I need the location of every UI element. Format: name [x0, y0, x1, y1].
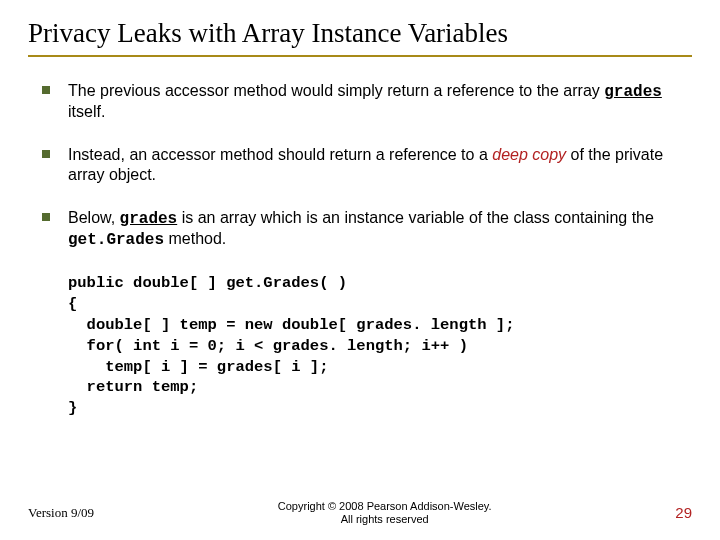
code-block: public double[ ] get.Grades( ) { double[…: [68, 273, 692, 419]
bullet-icon: [42, 213, 50, 221]
code-line: temp[ i ] = grades[ i ];: [68, 358, 328, 376]
bullet-item: The previous accessor method would simpl…: [42, 81, 692, 123]
bullet-item: Below, grades is an array which is an in…: [42, 208, 692, 251]
text-run: Instead, an accessor method should retur…: [68, 146, 492, 163]
text-run: method.: [164, 230, 226, 247]
code-line: double[ ] temp = new double[ grades. len…: [68, 316, 514, 334]
copyright-text: Copyright © 2008 Pearson Addison-Wesley.…: [94, 500, 675, 526]
code-line: {: [68, 295, 77, 313]
slide-title: Privacy Leaks with Array Instance Variab…: [28, 18, 692, 57]
code-line: }: [68, 399, 77, 417]
bullet-item: Instead, an accessor method should retur…: [42, 145, 692, 186]
bullet-icon: [42, 86, 50, 94]
text-run: itself.: [68, 103, 105, 120]
code-inline: grades: [120, 210, 178, 228]
bullet-text: Instead, an accessor method should retur…: [68, 145, 692, 186]
code-inline: get.Grades: [68, 231, 164, 249]
text-run: Below,: [68, 209, 120, 226]
code-line: public double[ ] get.Grades( ): [68, 274, 347, 292]
footer: Version 9/09 Copyright © 2008 Pearson Ad…: [28, 500, 692, 526]
code-line: for( int i = 0; i < grades. length; i++ …: [68, 337, 468, 355]
code-line: return temp;: [68, 378, 198, 396]
page-number: 29: [675, 504, 692, 521]
code-inline: grades: [604, 83, 662, 101]
emphasis-deep-copy: deep copy: [492, 146, 566, 163]
version-label: Version 9/09: [28, 505, 94, 521]
text-run: is an array which is an instance variabl…: [177, 209, 654, 226]
bullet-list: The previous accessor method would simpl…: [28, 81, 692, 251]
text-run: All rights reserved: [341, 513, 429, 525]
bullet-icon: [42, 150, 50, 158]
text-run: The previous accessor method would simpl…: [68, 82, 604, 99]
bullet-text: The previous accessor method would simpl…: [68, 81, 692, 123]
bullet-text: Below, grades is an array which is an in…: [68, 208, 692, 251]
text-run: Copyright © 2008 Pearson Addison-Wesley.: [278, 500, 492, 512]
